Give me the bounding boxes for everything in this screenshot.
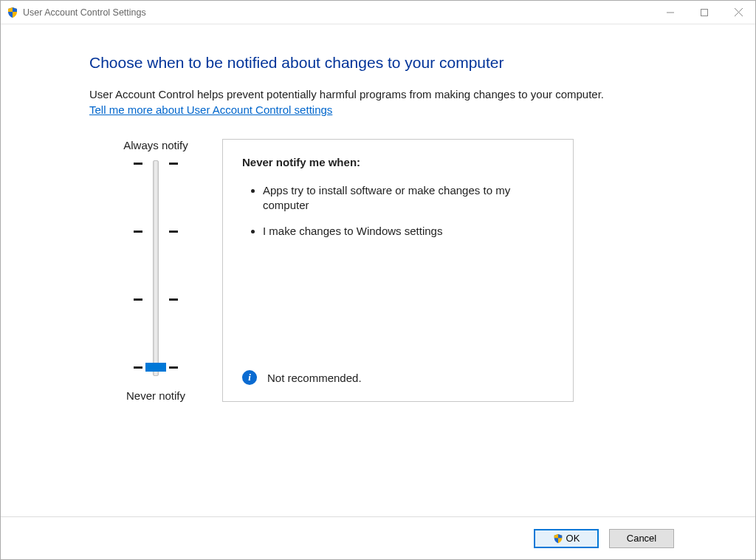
notification-slider[interactable] (134, 159, 178, 380)
panel-bullet-list: Apps try to install software or make cha… (242, 183, 554, 239)
window-title: User Account Control Settings (23, 7, 146, 18)
maximize-button[interactable] (687, 1, 721, 24)
page-description: User Account Control helps prevent poten… (89, 88, 680, 100)
info-icon: i (242, 370, 257, 385)
ok-button[interactable]: OK (534, 529, 599, 548)
slider-label-never: Never notify (126, 389, 185, 402)
panel-bullet: I make changes to Windows settings (263, 224, 529, 239)
settings-row: Always notify Never notify Never notify … (89, 139, 755, 402)
help-link[interactable]: Tell me more about User Account Control … (89, 103, 332, 116)
shield-icon (553, 533, 563, 544)
uac-settings-window: User Account Control Settings Choose whe… (0, 0, 756, 560)
ok-button-label: OK (566, 533, 580, 544)
slider-column: Always notify Never notify (89, 139, 222, 402)
details-panel: Never notify me when: Apps try to instal… (222, 139, 574, 402)
minimize-button[interactable] (653, 1, 687, 24)
footer: OK Cancel (1, 516, 755, 559)
content-area: Choose when to be notified about changes… (1, 24, 755, 516)
window-controls (653, 1, 755, 24)
slider-label-always: Always notify (123, 139, 188, 151)
slider-track (153, 160, 159, 376)
shield-icon (7, 7, 18, 18)
status-text: Not recommended. (267, 372, 362, 384)
page-heading: Choose when to be notified about changes… (89, 54, 755, 72)
slider-thumb[interactable] (145, 363, 166, 372)
panel-heading: Never notify me when: (242, 156, 554, 168)
panel-bullet: Apps try to install software or make cha… (263, 183, 529, 214)
status-row: i Not recommended. (242, 370, 362, 385)
svg-rect-1 (701, 9, 708, 16)
titlebar: User Account Control Settings (1, 1, 755, 24)
cancel-button[interactable]: Cancel (609, 529, 674, 548)
close-button[interactable] (721, 1, 755, 24)
cancel-button-label: Cancel (627, 533, 656, 544)
